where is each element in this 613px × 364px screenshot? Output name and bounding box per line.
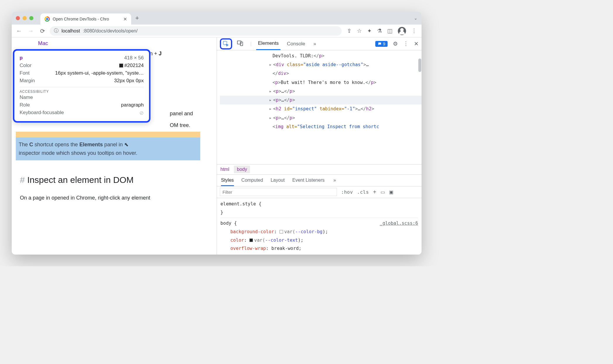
rule-source-link[interactable]: _global.scss:6: [380, 219, 418, 228]
tab-event-listeners[interactable]: Event Listeners: [292, 178, 324, 183]
tooltip-margin-label: Margin: [20, 78, 35, 84]
scrollbar-thumb[interactable]: [418, 59, 421, 72]
tooltip-margin-value: 32px 0px 0px: [114, 78, 144, 84]
tooltip-font-value: 16px system-ui, -apple-system, "syste…: [55, 70, 144, 76]
new-style-rule-button[interactable]: +: [373, 189, 376, 195]
bookmark-icon[interactable]: ☆: [357, 28, 362, 34]
labs-icon[interactable]: ⚗: [377, 28, 382, 34]
tooltip-role-label: Role: [20, 102, 30, 108]
toolbar-actions: ⇪ ☆ ✦ ⚗ ◫ ⋮: [347, 27, 417, 35]
back-button[interactable]: ←: [15, 27, 23, 35]
tab-close-button[interactable]: ✕: [123, 16, 127, 22]
tab-computed[interactable]: Computed: [242, 178, 263, 183]
styles-pane-tabs: Styles Computed Layout Event Listeners »: [217, 175, 422, 186]
devtools-close-button[interactable]: ✕: [414, 40, 419, 47]
page-paragraph: On a page in opened in Chrome, right-cli…: [20, 195, 196, 201]
color-swatch-icon[interactable]: [249, 238, 253, 242]
styles-rules[interactable]: element.style { } _global.scss:6 body { …: [217, 198, 422, 255]
browser-toolbar: ← → ⟳ ⓘ localhost:8080/docs/devtools/ope…: [12, 25, 422, 37]
new-tab-button[interactable]: +: [135, 14, 139, 22]
window-close-button[interactable]: [16, 16, 20, 20]
styles-filter-bar: :hov .cls + ▭ ▣: [217, 186, 422, 198]
sidepanel-icon[interactable]: ◫: [387, 28, 393, 34]
devtools-menu-button[interactable]: ⋮: [403, 40, 409, 47]
inspector-tooltip: p 418 × 56 Color #202124 Font 16px syste…: [13, 49, 150, 123]
partial-text: OM tree.: [170, 122, 190, 128]
styles-tabs-overflow[interactable]: »: [333, 178, 336, 183]
tab-title: Open Chrome DevTools - Chro: [53, 17, 109, 21]
window-titlebar: Open Chrome DevTools - Chro ✕ + ⌄: [12, 12, 422, 25]
tooltip-role-value: paragraph: [121, 102, 144, 108]
color-swatch-icon[interactable]: [280, 230, 283, 233]
breadcrumb-html[interactable]: html: [220, 167, 229, 172]
browser-tab[interactable]: Open Chrome DevTools - Chro ✕: [40, 13, 131, 25]
chrome-window: Open Chrome DevTools - Chro ✕ + ⌄ ← → ⟳ …: [12, 12, 422, 255]
chrome-favicon-icon: [44, 16, 50, 22]
page-viewport: Mac Option + C Option + J panel and OM t…: [12, 37, 217, 255]
tab-styles[interactable]: Styles: [221, 178, 234, 186]
tooltip-color-label: Color: [20, 63, 32, 68]
hov-toggle[interactable]: :hov: [341, 189, 353, 195]
issues-badge[interactable]: 9: [375, 41, 388, 47]
reload-button[interactable]: ⟳: [38, 27, 47, 35]
computed-sidebar-icon[interactable]: ▣: [389, 189, 393, 195]
tab-elements[interactable]: Elements: [256, 37, 280, 50]
styles-filter-input[interactable]: [220, 188, 337, 196]
devtools-panel: | Elements Console » 9 ⚙ ⋮ ✕ DevTools. T…: [217, 37, 422, 255]
color-swatch-icon: [119, 63, 123, 68]
tooltip-tag: p: [20, 55, 23, 61]
chrome-menu-button[interactable]: ⋮: [411, 28, 417, 34]
url-path: :8080/docs/devtools/open/: [83, 28, 138, 34]
share-icon[interactable]: ⇪: [347, 28, 352, 34]
extensions-icon[interactable]: ✦: [367, 28, 372, 34]
breadcrumb-body[interactable]: body: [234, 166, 250, 173]
address-bar[interactable]: ⓘ localhost:8080/docs/devtools/open/: [50, 26, 342, 36]
element-highlight: The C shortcut opens the Elements panel …: [16, 138, 200, 160]
partial-text: panel and: [170, 111, 193, 116]
window-zoom-button[interactable]: [29, 16, 33, 20]
tooltip-keyboard-label: Keyboard-focusable: [20, 110, 64, 116]
paint-flashes-icon[interactable]: ▭: [381, 189, 385, 195]
tooltip-color-value: #202124: [124, 63, 144, 68]
dom-selected-node: ▸<p>…</p>: [220, 96, 422, 104]
os-label: Mac: [38, 40, 217, 47]
tooltip-dimensions: 418 × 56: [124, 55, 144, 61]
profile-avatar[interactable]: [398, 27, 406, 35]
dom-tree[interactable]: DevTools. TLDR:</p> ▸<div class="aside a…: [217, 50, 422, 164]
tabs-dropdown-button[interactable]: ⌄: [414, 16, 417, 20]
settings-icon[interactable]: ⚙: [393, 40, 398, 47]
devtools-tabbar: | Elements Console » 9 ⚙ ⋮ ✕: [217, 37, 422, 50]
device-toolbar-button[interactable]: [237, 40, 243, 48]
tooltip-font-label: Font: [20, 70, 30, 76]
tab-console[interactable]: Console: [285, 38, 307, 50]
inspect-glyph-icon: ⬉: [124, 142, 129, 147]
tooltip-a11y-heading: ACCESSIBILITY: [20, 87, 144, 94]
tabs-overflow-button[interactable]: »: [311, 38, 318, 50]
cls-toggle[interactable]: .cls: [357, 189, 369, 195]
url-host: localhost: [61, 28, 80, 34]
inspect-element-button[interactable]: [220, 38, 232, 49]
dom-breadcrumb[interactable]: html body: [217, 164, 422, 175]
page-heading: # Inspect an element in DOM: [20, 175, 200, 185]
tooltip-name-label: Name: [20, 95, 33, 100]
window-traffic-lights: [16, 16, 33, 20]
forward-button[interactable]: →: [26, 27, 35, 35]
tab-layout[interactable]: Layout: [270, 178, 285, 183]
not-focusable-icon: ⊘: [139, 110, 144, 116]
margin-highlight: [16, 132, 200, 138]
site-info-icon[interactable]: ⓘ: [54, 28, 59, 34]
window-minimize-button[interactable]: [23, 16, 27, 20]
